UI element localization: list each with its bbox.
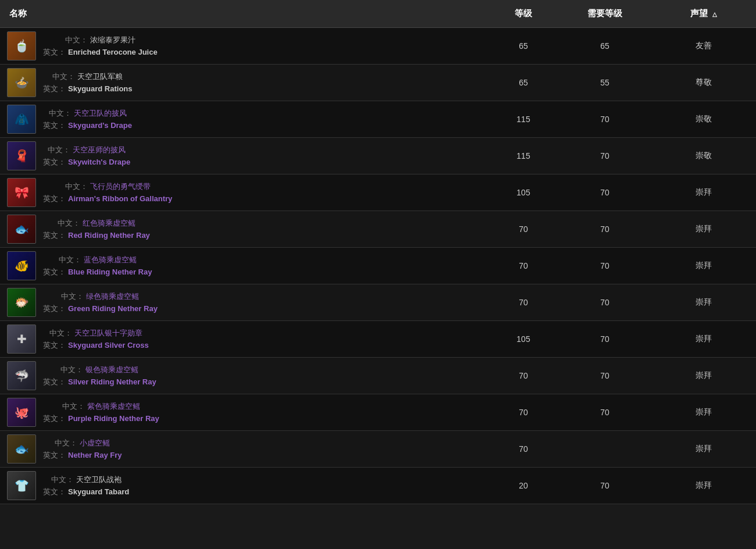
item-reputation: 尊敬 <box>651 65 756 101</box>
en-name-text: Skyguard Tabard <box>68 487 129 496</box>
col-header-req-level[interactable]: 需要等级 <box>558 0 651 28</box>
item-req-level: 70 <box>558 138 651 174</box>
col-header-name: 名称 <box>0 0 488 28</box>
item-icon: 🐟 <box>7 215 36 244</box>
item-level: 65 <box>488 28 558 65</box>
item-icon: 🧣 <box>7 141 36 170</box>
item-req-level: 70 <box>558 321 651 358</box>
cn-label: 中文： <box>65 182 88 191</box>
item-level: 115 <box>488 101 558 138</box>
item-en-name-row: 英文：Skywitch's Drape <box>43 157 130 167</box>
item-en-name-row: 英文：Nether Ray Fry <box>43 450 122 461</box>
table-row: 🦈 中文：银色骑乘虚空鳐 英文：Silver Riding Nether Ray… <box>0 358 756 394</box>
item-name-cell: 🐠 中文：蓝色骑乘虚空鳐 英文：Blue Riding Nether Ray <box>0 248 488 284</box>
item-cn-name-row: 中文：小虚空鳐 <box>43 438 122 448</box>
item-icon: 🐙 <box>7 398 36 427</box>
en-name-text: Silver Riding Nether Ray <box>68 377 156 386</box>
en-name-text: Green Riding Nether Ray <box>68 304 158 313</box>
cn-name-text: 天空卫队军粮 <box>77 72 123 81</box>
item-req-level: 55 <box>558 65 651 101</box>
item-names: 中文：天空卫队的披风 英文：Skyguard's Drape <box>43 108 132 131</box>
col-header-reputation[interactable]: 声望 △ <box>651 0 756 28</box>
en-name-text: Skyguard Silver Cross <box>68 341 149 350</box>
item-level: 70 <box>488 358 558 394</box>
table-row: 🐠 中文：蓝色骑乘虚空鳐 英文：Blue Riding Nether Ray 7… <box>0 248 756 284</box>
item-level: 70 <box>488 284 558 321</box>
item-name-cell: 🧥 中文：天空卫队的披风 英文：Skyguard's Drape <box>0 101 488 138</box>
item-names: 中文：浓缩泰罗果汁 英文：Enriched Terocone Juice <box>43 35 158 58</box>
table-row: 🐟 中文：红色骑乘虚空鳐 英文：Red Riding Nether Ray 70… <box>0 211 756 248</box>
item-level: 65 <box>488 65 558 101</box>
item-name-cell: 🐡 中文：绿色骑乘虚空鳐 英文：Green Riding Nether Ray <box>0 284 488 321</box>
cn-name-text: 小虚空鳐 <box>80 439 110 447</box>
item-reputation: 崇拜 <box>651 174 756 211</box>
item-names: 中文：绿色骑乘虚空鳐 英文：Green Riding Nether Ray <box>43 291 158 314</box>
main-table-container: 名称 等级 需要等级 声望 △ 🍵 中文：浓缩泰罗果汁 <box>0 0 756 504</box>
item-cn-name-row: 中文：银色骑乘虚空鳐 <box>43 365 156 375</box>
item-icon: 🐟 <box>7 434 36 464</box>
item-names: 中文：红色骑乘虚空鳐 英文：Red Riding Nether Ray <box>43 218 150 241</box>
item-cn-name-row: 中文：飞行员的勇气绶带 <box>43 181 172 192</box>
item-req-level: 70 <box>558 248 651 284</box>
col-header-level[interactable]: 等级 <box>488 0 558 28</box>
item-level: 105 <box>488 321 558 358</box>
item-level: 105 <box>488 174 558 211</box>
item-en-name-row: 英文：Skyguard Silver Cross <box>43 340 149 351</box>
en-label: 英文： <box>43 268 66 276</box>
item-cn-name-row: 中文：浓缩泰罗果汁 <box>43 35 158 45</box>
item-en-name-row: 英文：Skyguard Tabard <box>43 487 129 497</box>
en-name-text: Blue Riding Nether Ray <box>68 268 152 276</box>
item-icon: 🍲 <box>7 68 36 97</box>
table-row: 🍲 中文：天空卫队军粮 英文：Skyguard Rations 65 55 尊敬 <box>0 65 756 101</box>
cn-label: 中文： <box>48 145 70 154</box>
item-req-level: 70 <box>558 358 651 394</box>
en-label: 英文： <box>43 48 66 56</box>
en-name-text: Nether Ray Fry <box>68 451 122 459</box>
item-reputation: 崇拜 <box>651 431 756 468</box>
sort-arrow-icon: △ <box>712 11 717 17</box>
en-label: 英文： <box>43 414 66 423</box>
item-icon: 🐡 <box>7 288 36 317</box>
item-en-name-row: 英文：Silver Riding Nether Ray <box>43 377 156 387</box>
cn-name-text: 天空巫师的披风 <box>73 145 126 154</box>
table-row: 🐟 中文：小虚空鳐 英文：Nether Ray Fry 70 崇拜 <box>0 431 756 468</box>
item-reputation: 崇拜 <box>651 211 756 248</box>
item-en-name-row: 英文：Airman's Ribbon of Gallantry <box>43 194 172 204</box>
table-row: 👕 中文：天空卫队战袍 英文：Skyguard Tabard 20 70 崇拜 <box>0 468 756 504</box>
item-req-level: 70 <box>558 468 651 504</box>
item-name-cell: ✚ 中文：天空卫队银十字勋章 英文：Skyguard Silver Cross <box>0 321 488 358</box>
item-cn-name-row: 中文：天空卫队银十字勋章 <box>43 328 149 338</box>
table-row: 🐡 中文：绿色骑乘虚空鳐 英文：Green Riding Nether Ray … <box>0 284 756 321</box>
item-reputation: 崇拜 <box>651 358 756 394</box>
cn-name-text: 天空卫队战袍 <box>76 475 122 484</box>
item-en-name-row: 英文：Skyguard's Drape <box>43 120 132 131</box>
cn-label: 中文： <box>49 329 72 337</box>
item-name-cell: 🐟 中文：红色骑乘虚空鳐 英文：Red Riding Nether Ray <box>0 211 488 248</box>
item-icon: 🎀 <box>7 178 36 207</box>
item-req-level <box>558 431 651 468</box>
item-name-cell: 🎀 中文：飞行员的勇气绶带 英文：Airman's Ribbon of Gall… <box>0 174 488 211</box>
item-names: 中文：小虚空鳐 英文：Nether Ray Fry <box>43 438 122 461</box>
en-name-text: Airman's Ribbon of Gallantry <box>68 194 172 203</box>
table-row: 🐙 中文：紫色骑乘虚空鳐 英文：Purple Riding Nether Ray… <box>0 394 756 431</box>
item-names: 中文：天空卫队军粮 英文：Skyguard Rations <box>43 72 133 94</box>
en-name-text: Enriched Terocone Juice <box>68 48 158 56</box>
item-reputation: 崇拜 <box>651 284 756 321</box>
item-reputation: 崇敬 <box>651 101 756 138</box>
item-name-cell: 🍲 中文：天空卫队军粮 英文：Skyguard Rations <box>0 65 488 101</box>
table-row: 🧥 中文：天空卫队的披风 英文：Skyguard's Drape 115 70 … <box>0 101 756 138</box>
item-name-cell: 🐙 中文：紫色骑乘虚空鳐 英文：Purple Riding Nether Ray <box>0 394 488 431</box>
en-name-text: Skywitch's Drape <box>68 158 130 166</box>
cn-label: 中文： <box>59 255 81 264</box>
item-name-cell: 🍵 中文：浓缩泰罗果汁 英文：Enriched Terocone Juice <box>0 28 488 65</box>
en-label: 英文： <box>43 121 66 130</box>
item-level: 70 <box>488 211 558 248</box>
item-req-level: 70 <box>558 394 651 431</box>
cn-label: 中文： <box>60 365 83 374</box>
cn-label: 中文： <box>65 35 88 44</box>
item-name-cell: 👕 中文：天空卫队战袍 英文：Skyguard Tabard <box>0 468 488 504</box>
item-names: 中文：紫色骑乘虚空鳐 英文：Purple Riding Nether Ray <box>43 401 159 424</box>
item-level: 70 <box>488 394 558 431</box>
cn-label: 中文： <box>49 109 72 117</box>
item-cn-name-row: 中文：天空巫师的披风 <box>43 145 130 155</box>
